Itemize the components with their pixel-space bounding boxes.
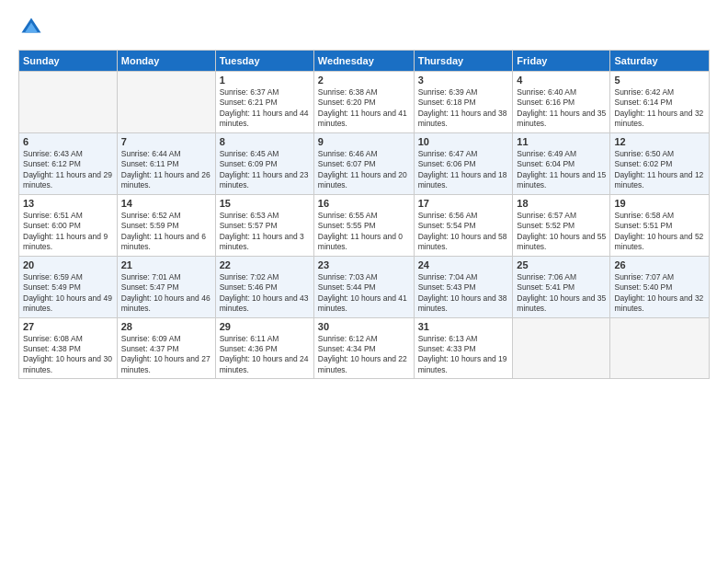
week-row-3: 13Sunrise: 6:51 AMSunset: 6:00 PMDayligh… xyxy=(19,194,710,256)
weekday-header-wednesday: Wednesday xyxy=(313,51,414,72)
calendar-cell xyxy=(19,72,118,133)
weekday-header-monday: Monday xyxy=(117,51,215,72)
day-info: Sunrise: 6:56 AMSunset: 5:54 PMDaylight:… xyxy=(418,211,509,253)
calendar-cell: 5Sunrise: 6:42 AMSunset: 6:14 PMDaylight… xyxy=(610,72,710,133)
day-info: Sunrise: 6:45 AMSunset: 6:09 PMDaylight:… xyxy=(220,149,310,191)
week-row-2: 6Sunrise: 6:43 AMSunset: 6:12 PMDaylight… xyxy=(19,132,710,194)
calendar-cell: 6Sunrise: 6:43 AMSunset: 6:12 PMDaylight… xyxy=(19,132,118,194)
day-info: Sunrise: 6:08 AMSunset: 4:38 PMDaylight:… xyxy=(23,334,113,376)
calendar-cell xyxy=(117,72,215,133)
day-info: Sunrise: 6:13 AMSunset: 4:33 PMDaylight:… xyxy=(418,334,509,376)
day-number: 7 xyxy=(121,136,211,147)
calendar-cell: 20Sunrise: 6:59 AMSunset: 5:49 PMDayligh… xyxy=(19,256,118,317)
calendar-cell xyxy=(513,317,610,379)
calendar-cell: 13Sunrise: 6:51 AMSunset: 6:00 PMDayligh… xyxy=(19,194,118,256)
calendar-cell: 27Sunrise: 6:08 AMSunset: 4:38 PMDayligh… xyxy=(19,317,118,379)
day-number: 26 xyxy=(614,259,705,270)
day-info: Sunrise: 6:44 AMSunset: 6:11 PMDaylight:… xyxy=(121,149,211,191)
day-info: Sunrise: 7:03 AMSunset: 5:44 PMDaylight:… xyxy=(318,272,410,315)
day-info: Sunrise: 6:53 AMSunset: 5:57 PMDaylight:… xyxy=(220,211,310,253)
day-number: 29 xyxy=(220,321,310,332)
day-number: 4 xyxy=(517,75,606,86)
day-info: Sunrise: 6:12 AMSunset: 4:34 PMDaylight:… xyxy=(318,334,410,376)
calendar-cell: 11Sunrise: 6:49 AMSunset: 6:04 PMDayligh… xyxy=(513,132,610,194)
calendar-cell: 21Sunrise: 7:01 AMSunset: 5:47 PMDayligh… xyxy=(117,256,215,317)
day-info: Sunrise: 7:07 AMSunset: 5:40 PMDaylight:… xyxy=(614,272,705,315)
calendar-cell: 26Sunrise: 7:07 AMSunset: 5:40 PMDayligh… xyxy=(610,256,710,317)
day-info: Sunrise: 6:46 AMSunset: 6:07 PMDaylight:… xyxy=(318,149,410,191)
day-number: 1 xyxy=(220,75,310,86)
day-number: 15 xyxy=(220,198,310,209)
calendar-cell: 17Sunrise: 6:56 AMSunset: 5:54 PMDayligh… xyxy=(414,194,513,256)
calendar-cell: 19Sunrise: 6:58 AMSunset: 5:51 PMDayligh… xyxy=(610,194,710,256)
calendar-cell: 22Sunrise: 7:02 AMSunset: 5:46 PMDayligh… xyxy=(215,256,313,317)
day-info: Sunrise: 6:49 AMSunset: 6:04 PMDaylight:… xyxy=(517,149,606,191)
calendar-cell: 12Sunrise: 6:50 AMSunset: 6:02 PMDayligh… xyxy=(610,132,710,194)
day-info: Sunrise: 6:40 AMSunset: 6:16 PMDaylight:… xyxy=(517,87,606,130)
day-info: Sunrise: 7:04 AMSunset: 5:43 PMDaylight:… xyxy=(418,272,509,315)
calendar-cell: 3Sunrise: 6:39 AMSunset: 6:18 PMDaylight… xyxy=(414,72,513,133)
calendar-cell: 31Sunrise: 6:13 AMSunset: 4:33 PMDayligh… xyxy=(414,317,513,379)
calendar-cell: 8Sunrise: 6:45 AMSunset: 6:09 PMDaylight… xyxy=(215,132,313,194)
day-number: 18 xyxy=(517,198,606,209)
calendar-cell: 2Sunrise: 6:38 AMSunset: 6:20 PMDaylight… xyxy=(313,72,414,133)
day-number: 16 xyxy=(318,198,410,209)
day-number: 19 xyxy=(614,198,705,209)
calendar-cell: 18Sunrise: 6:57 AMSunset: 5:52 PMDayligh… xyxy=(513,194,610,256)
day-info: Sunrise: 6:39 AMSunset: 6:18 PMDaylight:… xyxy=(418,87,509,130)
calendar-cell: 7Sunrise: 6:44 AMSunset: 6:11 PMDaylight… xyxy=(117,132,215,194)
page: SundayMondayTuesdayWednesdayThursdayFrid… xyxy=(0,0,728,563)
calendar-cell: 29Sunrise: 6:11 AMSunset: 4:36 PMDayligh… xyxy=(215,317,313,379)
calendar-cell: 30Sunrise: 6:12 AMSunset: 4:34 PMDayligh… xyxy=(313,317,414,379)
calendar-cell: 16Sunrise: 6:55 AMSunset: 5:55 PMDayligh… xyxy=(313,194,414,256)
day-number: 13 xyxy=(23,198,113,209)
day-info: Sunrise: 6:42 AMSunset: 6:14 PMDaylight:… xyxy=(614,87,705,130)
day-number: 20 xyxy=(23,259,113,270)
weekday-header-friday: Friday xyxy=(513,51,610,72)
day-number: 24 xyxy=(418,259,509,270)
calendar-cell: 28Sunrise: 6:09 AMSunset: 4:37 PMDayligh… xyxy=(117,317,215,379)
calendar-cell: 23Sunrise: 7:03 AMSunset: 5:44 PMDayligh… xyxy=(313,256,414,317)
day-info: Sunrise: 6:58 AMSunset: 5:51 PMDaylight:… xyxy=(614,211,705,253)
calendar-cell: 1Sunrise: 6:37 AMSunset: 6:21 PMDaylight… xyxy=(215,72,313,133)
weekday-header-sunday: Sunday xyxy=(19,51,118,72)
day-number: 28 xyxy=(121,321,211,332)
day-info: Sunrise: 6:47 AMSunset: 6:06 PMDaylight:… xyxy=(418,149,509,191)
calendar-cell xyxy=(610,317,710,379)
calendar-cell: 9Sunrise: 6:46 AMSunset: 6:07 PMDaylight… xyxy=(313,132,414,194)
logo-icon xyxy=(18,15,44,40)
weekday-header-thursday: Thursday xyxy=(414,51,513,72)
calendar-cell: 14Sunrise: 6:52 AMSunset: 5:59 PMDayligh… xyxy=(117,194,215,256)
day-info: Sunrise: 7:02 AMSunset: 5:46 PMDaylight:… xyxy=(220,272,310,315)
week-row-4: 20Sunrise: 6:59 AMSunset: 5:49 PMDayligh… xyxy=(19,256,710,317)
day-info: Sunrise: 6:11 AMSunset: 4:36 PMDaylight:… xyxy=(220,334,310,376)
day-info: Sunrise: 6:50 AMSunset: 6:02 PMDaylight:… xyxy=(614,149,705,191)
day-info: Sunrise: 6:51 AMSunset: 6:00 PMDaylight:… xyxy=(23,211,113,253)
day-number: 11 xyxy=(517,136,606,147)
calendar-cell: 4Sunrise: 6:40 AMSunset: 6:16 PMDaylight… xyxy=(513,72,610,133)
day-info: Sunrise: 6:43 AMSunset: 6:12 PMDaylight:… xyxy=(23,149,113,191)
day-number: 25 xyxy=(517,259,606,270)
day-number: 8 xyxy=(220,136,310,147)
week-row-5: 27Sunrise: 6:08 AMSunset: 4:38 PMDayligh… xyxy=(19,317,710,379)
day-number: 21 xyxy=(121,259,211,270)
day-number: 31 xyxy=(418,321,509,332)
day-number: 2 xyxy=(318,75,410,86)
weekday-header-row: SundayMondayTuesdayWednesdayThursdayFrid… xyxy=(19,51,710,72)
calendar-cell: 15Sunrise: 6:53 AMSunset: 5:57 PMDayligh… xyxy=(215,194,313,256)
calendar-table: SundayMondayTuesdayWednesdayThursdayFrid… xyxy=(18,50,710,379)
weekday-header-tuesday: Tuesday xyxy=(215,51,313,72)
day-number: 10 xyxy=(418,136,509,147)
day-number: 9 xyxy=(318,136,410,147)
day-number: 30 xyxy=(318,321,410,332)
day-info: Sunrise: 6:38 AMSunset: 6:20 PMDaylight:… xyxy=(318,87,410,130)
day-info: Sunrise: 6:37 AMSunset: 6:21 PMDaylight:… xyxy=(220,87,310,130)
weekday-header-saturday: Saturday xyxy=(610,51,710,72)
day-number: 3 xyxy=(418,75,509,86)
day-info: Sunrise: 7:01 AMSunset: 5:47 PMDaylight:… xyxy=(121,272,211,315)
day-number: 22 xyxy=(220,259,310,270)
day-info: Sunrise: 7:06 AMSunset: 5:41 PMDaylight:… xyxy=(517,272,606,315)
header xyxy=(18,15,710,40)
calendar-cell: 25Sunrise: 7:06 AMSunset: 5:41 PMDayligh… xyxy=(513,256,610,317)
day-number: 23 xyxy=(318,259,410,270)
